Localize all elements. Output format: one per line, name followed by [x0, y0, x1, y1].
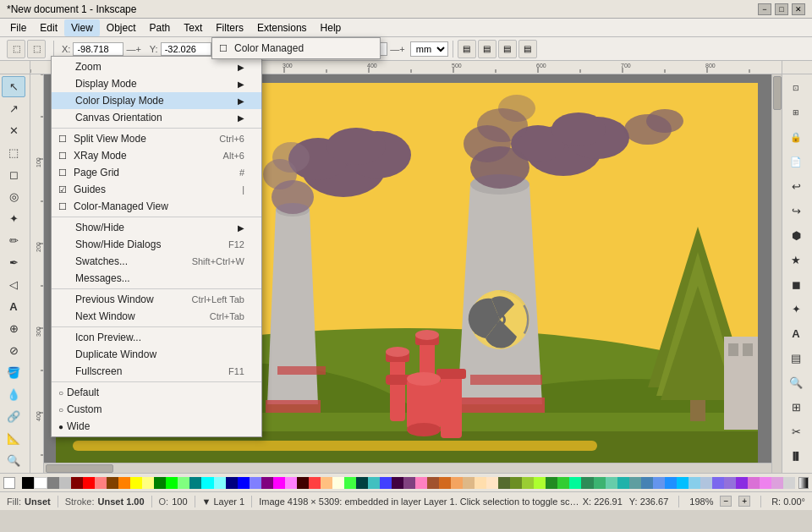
node-tool[interactable]: ↗	[2, 98, 25, 119]
spray-tool[interactable]: ⊕	[2, 318, 25, 339]
maximize-button[interactable]: □	[775, 3, 788, 15]
redo-right-icon[interactable]: ↪	[784, 199, 808, 222]
zoom-right-icon[interactable]: 🔍	[784, 370, 808, 394]
swatch-dark-purple[interactable]	[392, 477, 403, 489]
swatch-navajo[interactable]	[475, 477, 486, 489]
menubar-item-extensions[interactable]: Extensions	[250, 19, 314, 36]
menubar-item-filters[interactable]: Filters	[209, 19, 250, 36]
swatch-olive-drab[interactable]	[510, 477, 522, 489]
menu-canvas-orientation[interactable]: Canvas Orientation ▶	[52, 109, 261, 126]
swatch-light-gray[interactable]	[783, 477, 795, 489]
menu-display-mode[interactable]: Display Mode ▶	[52, 75, 261, 92]
connector-tool[interactable]: 🔗	[2, 406, 25, 427]
menu-next-window[interactable]: Next Window Ctrl+Tab	[52, 308, 261, 325]
undo-right-icon[interactable]: ↩	[784, 174, 808, 198]
vertical-scrollbar[interactable]	[771, 74, 782, 473]
swatch-sea-green[interactable]	[581, 477, 593, 489]
swatch-black[interactable]	[22, 477, 34, 489]
swatch-light-magenta[interactable]	[285, 477, 297, 489]
zoom-minus[interactable]: −	[720, 496, 732, 507]
vert-icon[interactable]: ▐▌	[784, 444, 808, 468]
scrollbar-thumb-h[interactable]	[46, 464, 113, 473]
swatch-blue-violet[interactable]	[736, 477, 748, 489]
menu-duplicate-window[interactable]: Duplicate Window	[52, 346, 261, 363]
swatch-sky[interactable]	[689, 477, 700, 489]
text-right-icon[interactable]: A	[784, 321, 808, 345]
swatch-bisque[interactable]	[486, 477, 498, 489]
color-none[interactable]	[3, 477, 15, 489]
swatch-light-green[interactable]	[178, 477, 189, 489]
transform-icon-2[interactable]: ⬚	[27, 40, 46, 58]
zoom-plus[interactable]: +	[738, 496, 750, 507]
swatch-cyan[interactable]	[201, 477, 213, 489]
zoom-tool-left2[interactable]: 🔍	[2, 450, 25, 471]
swatch-burlywood[interactable]	[463, 477, 475, 489]
swatch-magenta[interactable]	[273, 477, 285, 489]
menu-show-hide[interactable]: Show/Hide ▶	[52, 219, 261, 236]
y-input[interactable]	[161, 42, 211, 56]
node-right-icon[interactable]: ✦	[784, 297, 808, 321]
swatch-sienna[interactable]	[427, 477, 439, 489]
fill-icon[interactable]: ◼	[784, 272, 808, 296]
swatch-brown[interactable]	[107, 477, 118, 489]
swatch-orchid[interactable]	[748, 477, 760, 489]
swatch-yellow-green[interactable]	[522, 477, 534, 489]
swatch-lime-green[interactable]	[557, 477, 569, 489]
menu-messages[interactable]: Messages...	[52, 270, 261, 287]
swatch-light-red[interactable]	[95, 477, 107, 489]
menu-split-view[interactable]: ☐ Split View Mode Ctrl+6	[52, 130, 261, 147]
x-input[interactable]	[73, 42, 123, 56]
align-icon-1[interactable]: ▤	[458, 40, 476, 58]
horizontal-scrollbar[interactable]	[44, 463, 771, 473]
calligraphy-tool[interactable]: ◁	[2, 274, 25, 295]
swatch-purple[interactable]	[261, 477, 273, 489]
menubar-item-object[interactable]: Object	[100, 19, 143, 36]
transform-icon-1[interactable]: ⬚	[7, 40, 25, 58]
pen-tool[interactable]: ✒	[2, 252, 25, 273]
swatch-maroon[interactable]	[71, 477, 83, 489]
swatch-light-cyan[interactable]	[214, 477, 226, 489]
menubar-item-help[interactable]: Help	[314, 19, 348, 36]
menu-icon-preview[interactable]: Icon Preview...	[52, 329, 261, 346]
align-icon-2[interactable]: ▤	[478, 40, 497, 58]
grid-right-icon[interactable]: ▤	[784, 346, 808, 370]
tweak-tool[interactable]: ✕	[2, 120, 25, 141]
swatch-med-cyan[interactable]	[368, 477, 380, 489]
swatch-light-yellow[interactable]	[142, 477, 154, 489]
swatch-blue[interactable]	[238, 477, 250, 489]
swatch-red[interactable]	[83, 477, 95, 489]
menu-zoom[interactable]: Zoom ▶	[52, 58, 261, 75]
scrollbar-thumb-v[interactable]	[773, 76, 782, 110]
menu-color-display-mode[interactable]: Color Display Mode ▶	[52, 92, 261, 109]
lock-right-icon[interactable]: 🔒	[784, 125, 808, 149]
measure-tool[interactable]: 📐	[2, 428, 25, 449]
rect-tool[interactable]: ◻	[2, 164, 25, 185]
menubar-item-edit[interactable]: Edit	[33, 19, 64, 36]
snap2-icon[interactable]: ⊞	[784, 101, 808, 124]
swatch-dark-teal[interactable]	[356, 477, 368, 489]
scissor-right-icon[interactable]: ✂	[784, 420, 808, 443]
swatch-green[interactable]	[154, 477, 166, 489]
swatch-teal[interactable]	[189, 477, 201, 489]
swatch-light-blue[interactable]	[250, 477, 261, 489]
swatch-coral[interactable]	[309, 477, 321, 489]
align-icon-3[interactable]: ▤	[498, 40, 517, 58]
layer-info[interactable]: ▼ Layer 1	[202, 496, 245, 507]
shape-icon[interactable]: ⬢	[784, 223, 808, 247]
swatch-bright-green[interactable]	[344, 477, 356, 489]
menubar-item-text[interactable]: Text	[177, 19, 209, 36]
page-icon[interactable]: 📄	[784, 150, 808, 173]
pencil-tool[interactable]: ✏	[2, 230, 25, 251]
swatch-bright-blue[interactable]	[380, 477, 392, 489]
swatch-forest[interactable]	[546, 477, 557, 489]
swatch-med-slate[interactable]	[712, 477, 724, 489]
menu-xray[interactable]: ☐ XRay Mode Alt+6	[52, 147, 261, 164]
eraser-tool[interactable]: ⊘	[2, 340, 25, 361]
swatch-aqua[interactable]	[606, 477, 617, 489]
swatch-navy[interactable]	[226, 477, 238, 489]
menu-color-managed-view[interactable]: ☐ Color-Managed View	[52, 198, 261, 215]
menu-layout-custom[interactable]: ○ Custom	[52, 401, 261, 418]
swatch-dodger[interactable]	[665, 477, 677, 489]
swatch-white[interactable]	[34, 477, 47, 489]
swatch-light-sea[interactable]	[617, 477, 629, 489]
